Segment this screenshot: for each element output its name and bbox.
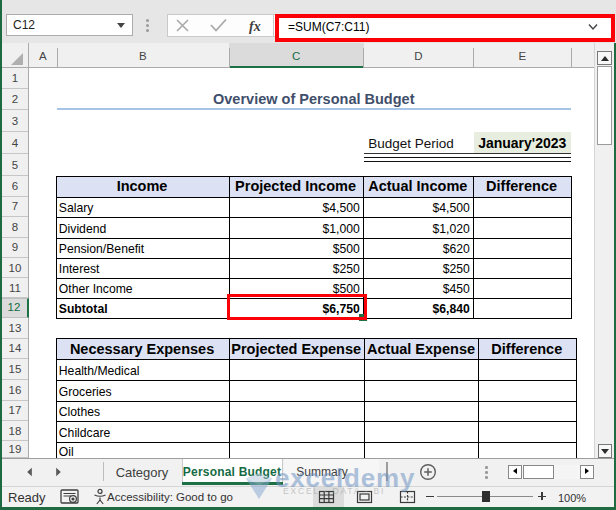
svg-text:fx: fx <box>249 19 261 34</box>
